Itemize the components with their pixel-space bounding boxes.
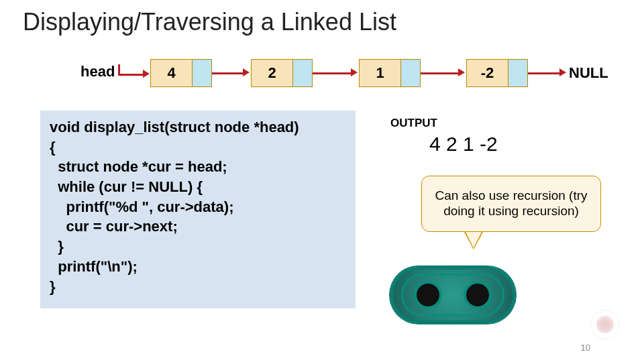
node-data: 1 [360,60,401,86]
output-label: OUTPUT [390,117,437,130]
head-arrow-head [143,70,150,78]
arrow-23 [421,72,460,74]
recursion-callout: Can also use recursion (try doing it usi… [421,176,601,232]
code-block: void display_list(struct node *head) { s… [40,111,356,308]
node-data: 4 [151,60,193,86]
node-data: 2 [252,60,293,86]
node-next [193,60,211,86]
node-data: -2 [467,60,508,86]
list-node: 4 [150,59,212,87]
arrow-01 [212,72,244,74]
callout-tail [466,232,482,248]
arrow-23-head [458,68,465,76]
slide-title: Displaying/Traversing a Linked List [23,8,396,36]
arrow-01-head [243,68,250,76]
cassette-eye [414,281,442,309]
output-value: 4 2 1 -2 [429,133,498,156]
null-label: NULL [569,64,608,82]
arrow-12-head [351,68,358,76]
list-node: -2 [466,59,528,87]
cassette-eye [464,281,492,309]
node-next [293,60,312,86]
institution-logo [590,310,620,339]
arrow-3null [528,72,560,74]
arrow-3null-head [559,68,566,76]
list-node: 2 [251,59,313,87]
cassette-graphic [390,267,515,323]
head-arrow-h [118,74,144,76]
arrow-12 [313,72,352,74]
head-pointer-label: head [80,63,115,80]
list-node: 1 [359,59,421,87]
slide-number: 10 [581,343,590,353]
node-next [508,60,527,86]
node-next [401,60,420,86]
